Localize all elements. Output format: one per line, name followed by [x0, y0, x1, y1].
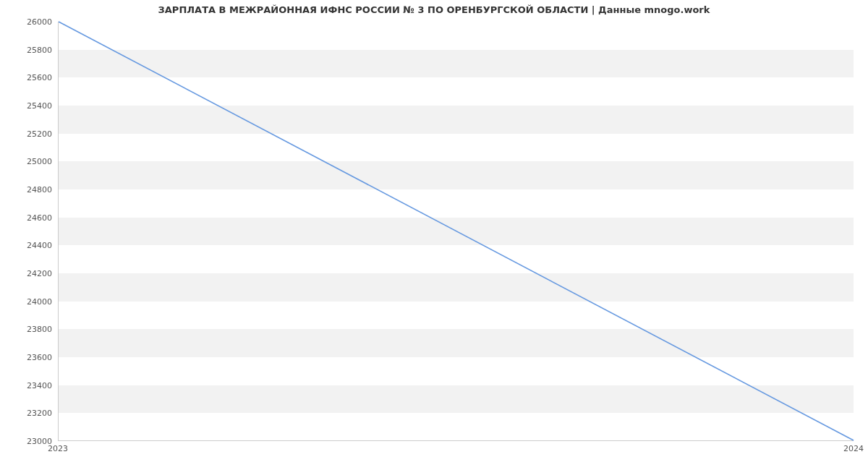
y-tick-label: 23200 — [9, 409, 52, 418]
y-tick-label: 25800 — [9, 45, 52, 54]
y-tick-label: 23600 — [9, 353, 52, 362]
y-tick-label: 23000 — [9, 437, 52, 446]
y-tick-label: 25200 — [9, 129, 52, 138]
x-tick-label: 2024 — [843, 444, 864, 453]
plot-area — [58, 22, 854, 441]
line-series — [59, 22, 854, 440]
y-tick-label: 23400 — [9, 380, 52, 390]
y-tick-label: 24800 — [9, 185, 52, 195]
y-tick-label: 26000 — [9, 17, 52, 27]
y-tick-label: 24000 — [9, 296, 52, 306]
y-tick-label: 25000 — [9, 157, 52, 166]
chart-title: ЗАРПЛАТА В МЕЖРАЙОННАЯ ИФНС РОССИИ № 3 П… — [0, 4, 868, 15]
chart-frame: ЗАРПЛАТА В МЕЖРАЙОННАЯ ИФНС РОССИИ № 3 П… — [0, 0, 868, 470]
y-tick-label: 25600 — [9, 73, 52, 82]
series-line — [59, 22, 854, 440]
x-tick-label: 2023 — [48, 444, 68, 453]
y-tick-label: 24200 — [9, 269, 52, 278]
y-tick-label: 24600 — [9, 213, 52, 222]
y-tick-label: 23800 — [9, 325, 52, 334]
y-tick-label: 24400 — [9, 241, 52, 250]
y-tick-label: 25400 — [9, 101, 52, 111]
